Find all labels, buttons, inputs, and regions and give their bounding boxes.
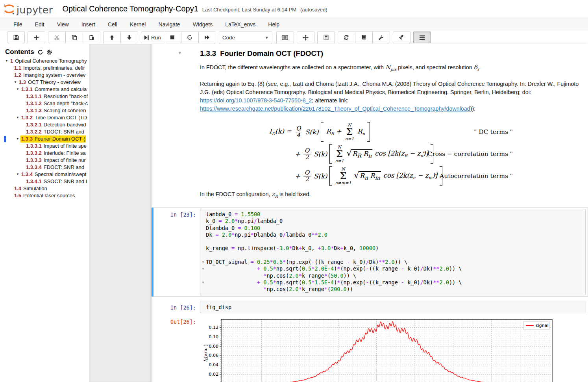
toc-item[interactable]: 1.3.2.1Detection-bandwid [0, 121, 89, 128]
toc-item[interactable]: 1.3.1.2Scan depth "back-c [0, 100, 89, 107]
restart-kernel-button[interactable] [181, 32, 199, 43]
toc-item-number: 1.3.3.3 [26, 157, 42, 164]
toc-item-label: Imanging system - overviev [23, 72, 85, 79]
paste-icon [89, 35, 94, 40]
toc-collapse-icon[interactable]: ▼ [5, 57, 9, 65]
citation-link[interactable]: https://doi.org/10.1007/978-3-540-77550-… [200, 97, 312, 104]
toc-collapse-icon[interactable]: ▼ [13, 79, 17, 86]
move-widget-button[interactable] [297, 32, 314, 43]
toc-item[interactable]: 1.3.1.3Scaling of coheren [0, 107, 89, 114]
code-cell-in26: In [26]: fig_disp [152, 302, 588, 313]
calculator-button[interactable] [317, 32, 335, 43]
menu-item-view[interactable]: View [51, 19, 75, 30]
code-editor[interactable]: lambda_0 = 1.5500k_0 = 2.0*np.pi/lambda_… [200, 209, 586, 295]
toc-item-label: Optical Coherence Tomography [15, 57, 87, 65]
toc-collapse-icon[interactable]: ▼ [16, 114, 20, 121]
toc-toggle-button[interactable] [413, 32, 431, 43]
equation-row-dc: ID(k) = Q4 S(k) RR + NΣn=1 Rn " DC terms… [200, 121, 588, 143]
menu-item-edit[interactable]: Edit [29, 19, 51, 30]
keyboard-icon [282, 35, 288, 40]
move-cell-up-button[interactable] [103, 32, 121, 43]
toc-item[interactable]: 1.3.3.3Impact of finite nur [0, 157, 89, 164]
menu-item-kernel[interactable]: Kernel [124, 19, 152, 30]
toc-collapse-icon[interactable]: ▼ [16, 171, 20, 178]
paragraph: In FDOCT, the different wavelengths are … [200, 63, 588, 74]
toc-item[interactable]: 1.3.3.4FDOCT: SNR and [0, 164, 89, 171]
notebook-title[interactable]: Optical Coherence Tomography-Copy1 [62, 4, 198, 13]
toc-item[interactable]: ▼1.3.3Fourier Domain OCT ( [0, 135, 89, 143]
toc-item[interactable]: 1.4Simulation [0, 185, 89, 192]
refresh-toc-button[interactable] [338, 32, 355, 43]
toc-collapse-icon[interactable]: ▼ [16, 86, 20, 93]
menu-item-help[interactable]: Help [262, 19, 286, 30]
latex-wrench-button[interactable] [372, 32, 390, 43]
toc-item[interactable]: 1.3.3.1Impact of finite spe [0, 143, 89, 150]
square-root: √Rn Rm [354, 171, 381, 181]
toc-settings-gear-icon[interactable] [46, 49, 52, 55]
menu-item-widgets[interactable]: Widgets [187, 19, 219, 30]
toc-item[interactable]: ▼1.3.2Time Domain OCT (TD [0, 114, 89, 121]
toc-header: Contents [0, 44, 89, 57]
run-button[interactable]: Run [141, 32, 164, 43]
code-fold-icon[interactable]: ▼ [200, 279, 206, 286]
menu-item-navigate[interactable]: Navigate [152, 19, 186, 30]
paste-cells-button[interactable] [83, 32, 100, 43]
toc-item[interactable]: 1.3.4.1SSOCT: SNR and I [0, 178, 89, 185]
toc-item[interactable]: 1.3.3.2Interlude: Finite sa [0, 150, 89, 157]
toc-item-number: 1.3.4 [21, 171, 33, 178]
move-arrows-icon [303, 35, 309, 41]
toc-item[interactable]: ▼1Optical Coherence Tomography [0, 57, 89, 65]
toc-item[interactable]: ▼1.3.4Spectral domain/swept [0, 171, 89, 178]
menu-item-file[interactable]: File [7, 19, 29, 30]
right-bracket [367, 122, 370, 142]
gavel-button[interactable] [393, 32, 410, 43]
save-button[interactable] [7, 32, 25, 43]
section-collapse-icon[interactable]: ▼ [178, 49, 181, 56]
bibliography-button[interactable] [355, 32, 373, 43]
toc-item[interactable]: 1.3.1.1Resolution "back-of [0, 93, 89, 100]
reload-toc-icon[interactable] [37, 49, 43, 55]
toc-collapse-icon[interactable]: ▼ [16, 135, 20, 143]
toc-item[interactable]: 1.1Imports, preliminaries, defir [0, 65, 89, 72]
code-editor[interactable]: fig_disp [200, 302, 586, 313]
toc-current-indicator [4, 136, 6, 142]
jupyter-notebook-app: jupyter Optical Coherence Tomography-Cop… [0, 0, 588, 382]
command-palette-button[interactable] [276, 32, 294, 43]
toc-item[interactable]: 1.3.2.2TDOCT: SNR and [0, 128, 89, 135]
toc-item[interactable]: 1.5Potential laser sources [0, 192, 89, 199]
toc-item-label: Time Domain OCT (TD [35, 114, 87, 121]
code-line [200, 252, 584, 259]
toc-item-label: Fourier Domain OCT ( [35, 135, 85, 143]
menu-item-cell[interactable]: Cell [102, 19, 124, 30]
toc-item-label: Spectral domain/swept [35, 171, 87, 178]
markdown-cell: In the FDOCT configuration, zR is held f… [152, 187, 588, 200]
toc-item[interactable]: ▼1.3OCT Theory - overview [0, 79, 89, 86]
copy-cells-button[interactable] [65, 32, 83, 43]
heading-prompt-area: ▼ [152, 49, 200, 58]
jupyter-logo[interactable]: jupyter [3, 2, 53, 16]
code-line: ▼ + 0.5*np.sqrt(0.5*1.5E-4)*(np.exp(-((k… [200, 279, 584, 286]
move-cell-down-button[interactable] [120, 32, 138, 43]
cell-type-dropdown[interactable]: Code ▼ [219, 32, 272, 43]
toc-item-number: 1.2 [14, 72, 21, 79]
interrupt-kernel-button[interactable] [164, 32, 181, 43]
toc-item-number: 1.3.1 [21, 86, 33, 93]
toc-item-label: TDOCT: SNR and [44, 128, 84, 135]
title-bar: jupyter Optical Coherence Tomography-Cop… [0, 0, 588, 18]
menu-item-insert[interactable]: Insert [75, 19, 102, 30]
output-figure: 3.23.43.63.84.04.24.44.64.80.000.020.040… [203, 317, 557, 382]
code-fold-icon[interactable]: ▼ [200, 265, 206, 272]
restart-run-all-button[interactable] [198, 32, 216, 43]
output-area: Out[26]: 3.23.43.63.84.04.24.44.64.80.00… [152, 317, 588, 382]
add-cell-button[interactable] [28, 32, 45, 43]
left-bracket [329, 144, 332, 164]
toc-item[interactable]: 1.2Imanging system - overviev [0, 72, 89, 79]
menu-item-latex-envs[interactable]: LaTeX_envs [219, 19, 262, 30]
cut-cells-button[interactable] [48, 32, 66, 43]
code-line [200, 238, 584, 245]
code-line: k_range = np.linspace(-3.0*Dk+k_0, +3.0*… [200, 245, 584, 252]
code-fold-icon[interactable]: ▼ [200, 259, 206, 265]
toc-item[interactable]: ▼1.3.1Comments and calcula [0, 86, 89, 93]
toc-item-label: Scaling of coheren [44, 107, 86, 114]
citation-link[interactable]: https://www.researchgate.net/publication… [200, 106, 470, 112]
